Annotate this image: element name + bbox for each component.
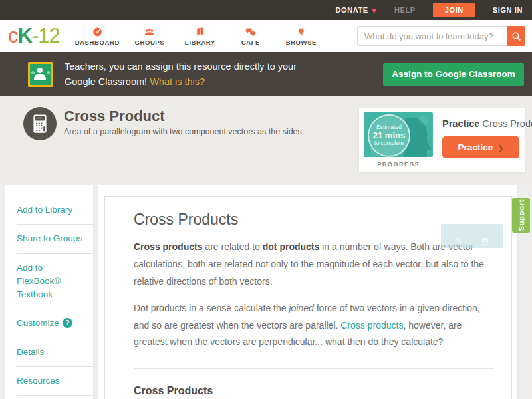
banner-message: Teachers, you can assign this resource d… [65,59,317,89]
chevron-right-icon: ❯ [497,144,503,152]
library-book-icon [195,27,205,37]
cafe-chat-icon [245,27,257,37]
calculator-icon [23,107,57,140]
practice-progress: Estimated 21 mins to complete PROGRESS [363,112,434,168]
estimate-line2: 21 mins [373,131,405,141]
donate-link[interactable]: DONATE♥ [335,5,377,15]
sidebar-item-details[interactable]: Details [17,338,93,367]
note-icon[interactable]: ▤ [481,236,489,245]
customize-label: Customize [17,318,59,328]
practice-card: Estimated 21 mins to complete PROGRESS P… [359,108,525,172]
practice-title: Practice Cross Product [442,118,532,129]
search-button[interactable] [507,26,525,46]
nav-label: CAFE [241,39,260,46]
nav-label: BROWSE [286,39,317,46]
sidebar-item-download[interactable]: Download▾ [17,396,93,399]
progress-label: PROGRESS [377,160,419,168]
nav-label: DASHBOARD [75,39,120,46]
nav-item-browse[interactable]: BROWSE [281,27,322,46]
sign-in-link[interactable]: SIGN IN [493,6,523,14]
estimated-time-badge: Estimated 21 mins to complete [368,114,410,157]
sidebar: Add to Library Share to Groups Add to Fl… [5,185,93,399]
what-is-this-link[interactable]: What is this? [150,76,205,87]
nav-label: GROUPS [134,39,164,46]
page-body: Add to Library Share to Groups Add to Fl… [0,184,532,399]
logo-c: c [8,24,18,47]
assign-to-classroom-button[interactable]: Assign to Google Classroom [383,63,524,86]
ck12-logo[interactable]: cK-12 [8,24,60,48]
nav-item-cafe[interactable]: CAFE [230,27,271,46]
content-subheading: Cross Products [134,385,495,397]
google-classroom-icon [28,62,53,87]
dashboard-gauge-icon [92,27,103,37]
logo-suffix: -12 [32,24,60,47]
search-box [357,26,525,46]
text-segment: Cross products [134,241,202,252]
sidebar-item-customize[interactable]: Customize? [17,309,93,338]
paragraph-2: Dot products in a sense calculate the jo… [134,300,495,352]
nav-item-groups[interactable]: GROUPS [129,27,170,46]
estimate-line3: to complete [374,140,404,147]
support-tab-label: Support [517,200,525,231]
text-segment: are related to [202,241,262,252]
practice-button[interactable]: Practice❯ [442,136,519,158]
nav-item-dashboard[interactable]: DASHBOARD [75,27,120,46]
text-segment: dot products [263,241,320,252]
practice-title-rest: Cross Product [479,118,532,129]
practice-button-label: Practice [458,142,493,152]
sidebar-item-add-to-library[interactable]: Add to Library [17,196,93,225]
main-nav: cK-12 DASHBOARD GROUPS LIBRARY CAFE BROW… [0,20,532,52]
nav-item-library[interactable]: LIBRARY [180,27,221,46]
highlighter-pen-icon[interactable]: ✎ [456,236,462,245]
practice-thumbnail[interactable]: Estimated 21 mins to complete [364,112,433,157]
heart-icon: ♥ [372,5,377,15]
search-input[interactable] [357,26,507,46]
groups-people-icon [143,27,156,37]
practice-title-bold: Practice [442,118,479,129]
sidebar-item-share-to-groups[interactable]: Share to Groups [17,225,93,253]
text-segment: joined [289,303,313,313]
section-divider [134,368,494,369]
top-bar: DONATE♥ HELP JOIN SIGN IN [0,0,532,20]
nav-label: LIBRARY [185,39,215,46]
page-title: Cross Product [64,108,165,125]
text-segment[interactable]: Cross products [340,320,403,331]
text-segment: Dot products in a sense calculate the [134,303,289,313]
page-subtitle: Area of a parallelogram with two compone… [64,127,304,136]
browse-lightbulb-icon [297,27,305,37]
help-link[interactable]: HELP [394,6,416,14]
classroom-banner: Teachers, you can assign this resource d… [0,52,532,96]
donate-label: DONATE [335,6,368,14]
sidebar-item-add-to-flexbook[interactable]: Add to FlexBook® Textbook [17,254,93,310]
main-panel: Cross Products Cross products are relate… [98,185,517,399]
search-icon [511,31,521,41]
question-badge-icon[interactable]: ? [63,318,72,328]
concept-header: Cross Product Area of a parallelogram wi… [0,96,532,184]
support-tab[interactable]: Support [512,198,530,233]
practice-card-right: Practice Cross Product Practice❯ [434,112,532,168]
sidebar-item-resources[interactable]: Resources [17,367,93,396]
logo-k: K [18,24,32,47]
join-button[interactable]: JOIN [433,3,475,17]
text-highlight-toolbar[interactable]: ✎ ▤ [441,224,503,248]
